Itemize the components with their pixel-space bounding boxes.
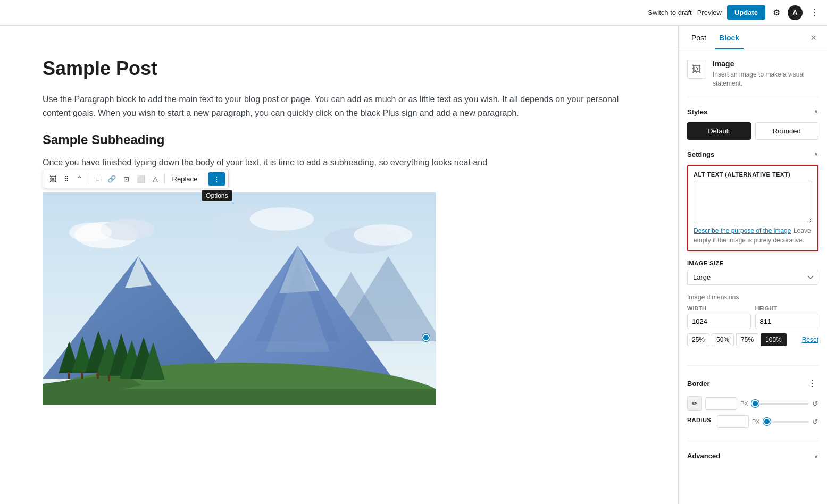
replace-button[interactable]: Replace: [168, 173, 202, 185]
svg-rect-28: [81, 372, 83, 379]
topbar: Switch to draft Preview Update ⚙ A ⋮: [0, 0, 827, 26]
alt-text-input[interactable]: [694, 181, 812, 223]
crop-button[interactable]: ⊡: [120, 173, 132, 185]
radius-slider-wrap: [763, 421, 809, 423]
border-px-label: PX: [740, 400, 748, 407]
options-button[interactable]: ⋮: [208, 172, 225, 186]
border-link-icon[interactable]: ↺: [812, 399, 818, 408]
border-width-slider[interactable]: [751, 403, 809, 405]
toolbar-separator-3: [205, 173, 205, 184]
block-info: 🖼 Image Insert an image to make a visual…: [687, 60, 818, 97]
align-icon: ≡: [96, 175, 100, 183]
text-overlay-button[interactable]: △: [149, 173, 161, 185]
svg-rect-29: [97, 372, 99, 379]
styles-title: Styles: [687, 108, 707, 116]
tab-post[interactable]: Post: [687, 27, 711, 49]
border-header: Border ⋮: [687, 376, 818, 391]
pct-50-button[interactable]: 50%: [712, 333, 734, 346]
resize-handle[interactable]: [422, 334, 430, 341]
align-button[interactable]: ≡: [93, 173, 103, 185]
advanced-header[interactable]: Advanced ∨: [687, 450, 818, 462]
avatar-button[interactable]: A: [788, 5, 803, 20]
border-radius-input[interactable]: [717, 415, 749, 428]
radius-px-label: PX: [752, 418, 760, 425]
style-default-button[interactable]: Default: [687, 122, 751, 140]
image-icon-button[interactable]: 🖼: [46, 173, 60, 185]
link-icon: 🔗: [107, 175, 116, 183]
image-size-section: Image Size Thumbnail Medium Large Full S…: [687, 260, 818, 285]
image-size-label: Image Size: [687, 260, 818, 266]
editor-area: Sample Post Use the Paragraph block to a…: [0, 26, 678, 504]
advanced-chevron-icon: ∨: [814, 452, 818, 460]
paragraph-2: Once you have finished typing down the b…: [43, 156, 636, 170]
link-button[interactable]: 🔗: [104, 173, 119, 185]
avatar: A: [792, 9, 797, 16]
preview-link[interactable]: Preview: [697, 9, 722, 16]
block-info-text: Image Insert an image to make a visual s…: [713, 60, 818, 88]
sidebar-content: 🖼 Image Insert an image to make a visual…: [679, 51, 827, 504]
more-options-button[interactable]: ⋮: [808, 5, 821, 20]
block-description: Insert an image to make a visual stateme…: [713, 70, 818, 88]
height-field: Height: [755, 305, 819, 329]
pencil-icon: ✏: [692, 400, 697, 407]
alt-text-link[interactable]: Describe the purpose of the image: [694, 227, 791, 234]
update-button[interactable]: Update: [727, 5, 765, 20]
caption-button[interactable]: ⬜: [133, 173, 148, 185]
svg-rect-31: [43, 389, 436, 405]
dimensions-inputs: Width Height: [687, 305, 818, 329]
advanced-title: Advanced: [687, 452, 720, 460]
svg-rect-30: [108, 375, 110, 381]
image-size-select[interactable]: Thumbnail Medium Large Full Size: [687, 270, 818, 285]
settings-header[interactable]: Settings ∧: [687, 150, 818, 158]
subheading: Sample Subheading: [43, 132, 636, 147]
pct-25-button[interactable]: 25%: [687, 333, 709, 346]
width-input[interactable]: [687, 314, 751, 329]
border-radius-row: Radius PX ↺: [687, 415, 818, 428]
vertical-dots-icon: ⋮: [810, 7, 818, 18]
sidebar-close-button[interactable]: ×: [808, 30, 818, 46]
move-up-button[interactable]: ⌃: [73, 173, 86, 185]
sidebar-tabs: Post Block ×: [679, 26, 827, 51]
styles-header[interactable]: Styles ∧: [687, 108, 818, 116]
border-color-row: ✏ PX ↺: [687, 396, 818, 411]
border-width-input[interactable]: [705, 397, 737, 410]
svg-rect-27: [68, 372, 70, 379]
drag-handle-button[interactable]: ⠿: [61, 173, 72, 185]
border-title: Border: [687, 380, 710, 388]
percent-buttons: 25% 50% 75% 100% Reset: [687, 333, 818, 346]
reset-button[interactable]: Reset: [802, 336, 818, 343]
alt-text-section: Alt Text (Alternative Text) Describe the…: [687, 165, 818, 252]
advanced-section: Advanced ∨: [687, 450, 818, 462]
block-icon: 🖼: [687, 60, 706, 79]
tab-block[interactable]: Block: [715, 27, 744, 49]
border-dots-icon: ⋮: [808, 379, 816, 389]
styles-section: Styles ∧ Default Rounded: [687, 108, 818, 140]
alt-text-footer: Describe the purpose of the image Leave …: [694, 225, 812, 246]
border-more-button[interactable]: ⋮: [806, 376, 818, 391]
image-icon: 🖼: [49, 175, 56, 183]
main-layout: Sample Post Use the Paragraph block to a…: [0, 26, 827, 504]
radius-label: Radius: [687, 417, 714, 423]
style-rounded-button[interactable]: Rounded: [755, 122, 819, 140]
border-slider-wrap: [751, 403, 809, 405]
border-color-button[interactable]: ✏: [687, 396, 702, 411]
alt-text-label: Alt Text (Alternative Text): [694, 171, 812, 178]
settings-icon-button[interactable]: ⚙: [771, 5, 782, 20]
block-name: Image: [713, 60, 818, 68]
mountain-illustration: [43, 192, 436, 405]
pct-75-button[interactable]: 75%: [736, 333, 758, 346]
height-input[interactable]: [755, 314, 819, 329]
crop-icon: ⊡: [123, 175, 129, 183]
styles-options: Default Rounded: [687, 122, 818, 140]
radius-link-icon[interactable]: ↺: [812, 417, 818, 426]
border-radius-slider[interactable]: [763, 421, 809, 423]
width-label: Width: [687, 305, 751, 312]
settings-title: Settings: [687, 150, 714, 158]
switch-to-draft-link[interactable]: Switch to draft: [648, 9, 691, 16]
pct-100-button[interactable]: 100%: [761, 333, 787, 346]
chevron-up-icon: ⌃: [77, 175, 82, 183]
block-toolbar: 🖼 ⠿ ⌃ ≡ 🔗 ⊡ ⬜: [43, 170, 229, 188]
toolbar-separator-1: [89, 173, 89, 184]
settings-section: Settings ∧ Alt Text (Alternative Text) D…: [687, 150, 818, 366]
svg-point-5: [250, 207, 314, 231]
